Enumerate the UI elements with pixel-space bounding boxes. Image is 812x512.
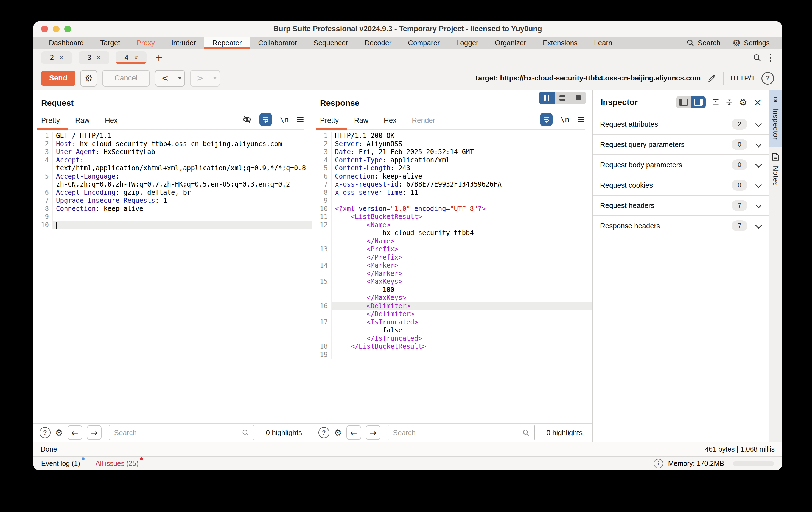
protocol-selector[interactable]: HTTP/1 — [730, 74, 755, 82]
cancel-button[interactable]: Cancel — [102, 70, 150, 86]
request-tab-pretty[interactable]: Pretty — [41, 116, 60, 129]
chevron-down-icon[interactable] — [755, 161, 762, 167]
chevron-down-icon[interactable] — [755, 181, 762, 188]
nav-tab-extensions[interactable]: Extensions — [534, 37, 586, 49]
layout-single-button[interactable] — [571, 92, 586, 104]
close-tab-icon[interactable]: × — [97, 54, 101, 61]
chevron-down-icon[interactable] — [755, 141, 762, 147]
nav-tab-target[interactable]: Target — [92, 37, 128, 49]
response-code-line: 9 — [312, 197, 592, 205]
side-tab-inspector[interactable]: Inspector — [769, 90, 782, 147]
collapse-all-icon[interactable] — [726, 98, 733, 106]
repeater-tab-3[interactable]: 3× — [79, 51, 109, 64]
chevron-down-icon[interactable] — [755, 222, 762, 228]
nav-tab-organizer[interactable]: Organizer — [487, 37, 534, 49]
inspector-dock-right-button[interactable] — [691, 96, 706, 108]
event-log-link[interactable]: Event log (1) — [41, 460, 80, 467]
global-search-button[interactable]: Search — [686, 39, 720, 47]
inspector-section-request-query-parameters[interactable]: Request query parameters0 — [593, 135, 768, 155]
inspector-close-icon[interactable]: × — [753, 97, 762, 107]
request-tab-raw[interactable]: Raw — [75, 116, 89, 129]
next-match-button[interactable]: → — [366, 425, 380, 440]
all-issues-link[interactable]: All issues (25) — [95, 460, 139, 467]
layout-columns-button[interactable] — [539, 92, 554, 104]
search-settings-gear-icon[interactable]: ⚙ — [55, 428, 63, 437]
eye-off-icon[interactable] — [242, 115, 252, 124]
count-badge: 7 — [731, 220, 748, 231]
settings-button[interactable]: ⚙ Settings — [732, 38, 770, 48]
help-icon[interactable]: ? — [761, 72, 774, 85]
forward-dropdown[interactable] — [210, 77, 220, 79]
expand-all-icon[interactable] — [712, 98, 720, 106]
request-code-line: 3User-Agent: HxSecurityLab — [33, 148, 312, 156]
request-editor[interactable]: 1GET / HTTP/1.12Host: hx-cloud-security-… — [33, 130, 312, 423]
tab-search-icon[interactable] — [753, 53, 761, 62]
response-tab-pretty[interactable]: Pretty — [320, 116, 339, 129]
info-icon[interactable]: i — [654, 459, 663, 468]
help-icon[interactable]: ? — [39, 427, 51, 438]
nav-tab-dashboard[interactable]: Dashboard — [40, 37, 92, 49]
response-search-input[interactable] — [393, 428, 522, 437]
inspector-section-response-headers[interactable]: Response headers7 — [593, 216, 768, 236]
prev-match-button[interactable]: ← — [346, 425, 361, 440]
response-search-box — [387, 425, 535, 440]
nav-tab-sequencer[interactable]: Sequencer — [305, 37, 356, 49]
history-back-button[interactable]: < — [155, 70, 185, 86]
count-badge: 7 — [731, 200, 748, 211]
response-code-line: 2Server: AliyunOSS — [312, 140, 592, 148]
nav-tab-collaborator[interactable]: Collaborator — [250, 37, 306, 49]
response-tab-render[interactable]: Render — [412, 116, 435, 129]
inspector-settings-gear-icon[interactable]: ⚙ — [739, 98, 748, 107]
response-viewer[interactable]: 1HTTP/1.1 200 OK2Server: AliyunOSS3Date:… — [312, 130, 592, 423]
request-code-line: 8Connection: keep-alive — [33, 205, 312, 213]
inspector-section-request-cookies[interactable]: Request cookies0 — [593, 175, 768, 195]
inspector-section-label: Request body parameters — [600, 161, 731, 169]
repeater-tab-2[interactable]: 2× — [41, 51, 72, 64]
editor-menu-icon[interactable] — [296, 116, 304, 123]
next-match-button[interactable]: → — [87, 425, 102, 440]
kebab-menu-icon[interactable] — [770, 54, 772, 62]
nav-tab-repeater[interactable]: Repeater — [204, 37, 250, 49]
chevron-down-icon[interactable] — [755, 120, 762, 127]
history-forward-button[interactable]: > — [190, 70, 220, 86]
nav-tab-decoder[interactable]: Decoder — [356, 37, 400, 49]
show-newlines-toggle[interactable]: \n — [560, 115, 569, 124]
close-window-button[interactable] — [41, 26, 48, 32]
nav-tab-learn[interactable]: Learn — [586, 37, 621, 49]
repeater-tab-label: 2 — [50, 53, 54, 62]
prev-match-button[interactable]: ← — [67, 425, 82, 440]
word-wrap-toggle[interactable] — [259, 113, 272, 126]
side-tab-notes[interactable]: Notes — [769, 147, 782, 193]
maximize-window-button[interactable] — [64, 26, 71, 32]
response-code-line: 1HTTP/1.1 200 OK — [312, 132, 592, 140]
help-icon[interactable]: ? — [318, 427, 329, 438]
minimize-window-button[interactable] — [53, 26, 60, 32]
nav-tab-logger[interactable]: Logger — [448, 37, 487, 49]
nav-tab-comparer[interactable]: Comparer — [400, 37, 448, 49]
nav-tab-intruder[interactable]: Intruder — [163, 37, 204, 49]
request-search-input[interactable] — [114, 428, 242, 437]
repeater-tab-4[interactable]: 4× — [116, 51, 147, 64]
close-tab-icon[interactable]: × — [59, 54, 63, 61]
layout-rows-button[interactable] — [554, 92, 571, 104]
response-tab-hex[interactable]: Hex — [384, 116, 397, 129]
send-button[interactable]: Send — [41, 71, 75, 86]
chevron-down-icon[interactable] — [755, 201, 762, 208]
inspector-section-request-attributes[interactable]: Request attributes2 — [593, 114, 768, 135]
send-settings-button[interactable]: ⚙ — [80, 70, 97, 86]
back-dropdown[interactable] — [175, 77, 184, 79]
edit-target-pencil-icon[interactable] — [707, 74, 717, 83]
inspector-dock-left-button[interactable] — [676, 96, 691, 108]
search-settings-gear-icon[interactable]: ⚙ — [334, 428, 342, 437]
show-newlines-toggle[interactable]: \n — [280, 115, 289, 124]
inspector-section-request-body-parameters[interactable]: Request body parameters0 — [593, 155, 768, 175]
close-tab-icon[interactable]: × — [134, 54, 138, 61]
nav-tab-proxy[interactable]: Proxy — [128, 37, 163, 49]
issues-badge-dot — [140, 457, 143, 460]
inspector-section-request-headers[interactable]: Request headers7 — [593, 195, 768, 216]
editor-menu-icon[interactable] — [577, 116, 585, 123]
word-wrap-toggle[interactable] — [540, 113, 553, 126]
notes-icon — [772, 153, 779, 161]
request-tab-hex[interactable]: Hex — [105, 116, 117, 129]
response-tab-raw[interactable]: Raw — [354, 116, 368, 129]
